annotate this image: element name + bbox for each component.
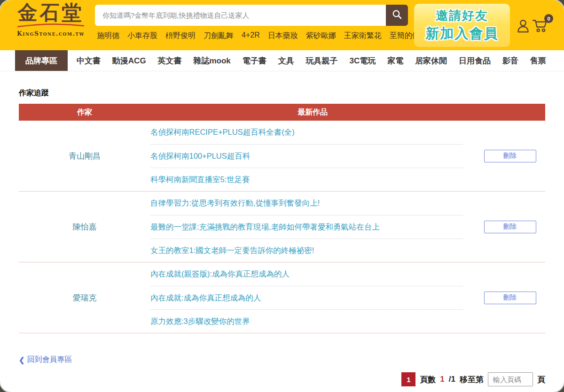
author-name[interactable]: 陳怡嘉 <box>19 222 150 232</box>
work-link[interactable]: 名偵探柯南RECIPE+PLUS超百科全書(全) <box>150 121 463 144</box>
author-group: 青山剛昌 名偵探柯南RECIPE+PLUS超百科全書(全) 名偵探柯南100+P… <box>19 121 545 192</box>
column-header-latest-works: 最新作品 <box>150 108 475 117</box>
nav-item-magazine-mook[interactable]: 雜誌mook <box>190 50 233 71</box>
nav-item-toys-kids[interactable]: 玩具親子 <box>303 50 341 71</box>
cart-button[interactable]: 0 <box>532 19 550 35</box>
logo-swoosh-decoration <box>11 21 90 30</box>
nav-item-home-leisure[interactable]: 居家休閒 <box>412 50 450 71</box>
delete-button[interactable]: 刪除 <box>484 150 536 162</box>
goto-label: 移至第 <box>460 374 484 385</box>
search-icon <box>392 9 402 21</box>
work-link[interactable]: 最難的一堂課:充滿挑戰的教育現場,老師如何帶著愛和勇氣站在台上 <box>150 215 463 238</box>
quick-link[interactable]: 王家衛繁花 <box>344 31 382 41</box>
nav-item-daily-food[interactable]: 日用食品 <box>456 50 494 71</box>
trending-keywords: 施明德 小車存股 枡野俊明 刀劍亂舞 4+2R 日本藥妝 紫砂歐娜 王家衛繁花 … <box>97 31 427 41</box>
nav-item-stationery[interactable]: 文具 <box>275 50 297 71</box>
pages-label: 頁數 <box>420 374 436 385</box>
delete-button[interactable]: 刪除 <box>484 292 536 304</box>
nav-item-brand-zone[interactable]: 品牌專區 <box>15 50 68 71</box>
author-tracking-section: 作家追蹤 作家 最新作品 青山剛昌 名偵探柯南RECIPE+PLUS超百科全書(… <box>0 71 564 386</box>
invite-friends-banner[interactable]: 邀請好友 新加入會員 <box>414 4 510 47</box>
action-cell: 刪除 <box>475 150 545 162</box>
page-title: 作家追蹤 <box>19 88 545 98</box>
site-header: 金石堂 KingStone.com.tw 施明德 小車存股 枡野俊明 刀劍亂 <box>0 0 564 48</box>
search-button[interactable] <box>386 5 408 26</box>
chevron-left-icon: ❮ <box>19 356 25 364</box>
page-number-button[interactable]: 1 <box>401 372 415 386</box>
quick-link[interactable]: 施明德 <box>97 31 119 41</box>
author-name[interactable]: 青山剛昌 <box>19 151 150 161</box>
nav-item-3c-games[interactable]: 3C電玩 <box>347 50 379 71</box>
action-cell: 刪除 <box>475 292 545 304</box>
column-header-author: 作家 <box>19 108 150 117</box>
quick-link[interactable]: 小車存股 <box>127 31 157 41</box>
kingstone-page: 金石堂 KingStone.com.tw 施明德 小車存股 枡野俊明 刀劍亂 <box>0 0 564 392</box>
total-pages: /1 <box>449 375 455 384</box>
works-list: 自律學習力:從思考到有效行動,從懂事到奮發向上! 最難的一堂課:充滿挑戰的教育現… <box>150 192 475 262</box>
authors-table: 作家 最新作品 青山剛昌 名偵探柯南RECIPE+PLUS超百科全書(全) 名偵… <box>19 104 545 333</box>
work-link[interactable]: 原力效應:3步驟改變你的世界 <box>150 309 463 333</box>
search-input[interactable] <box>95 5 386 26</box>
logo-domain-text: KingStone.com.tw <box>11 30 90 37</box>
work-link[interactable]: 女王的教室1:國文老師一定要告訴你的終極祕密! <box>150 238 463 262</box>
search-bar <box>95 5 408 26</box>
quick-link[interactable]: 紫砂歐娜 <box>306 31 336 41</box>
current-page-number: 1 <box>440 375 444 384</box>
table-header-row: 作家 最新作品 <box>19 104 545 121</box>
kingstone-logo[interactable]: 金石堂 KingStone.com.tw <box>11 2 90 37</box>
logo-wordmark: 金石堂 <box>11 2 90 23</box>
nav-item-appliances[interactable]: 家電 <box>384 50 406 71</box>
goto-page-input[interactable] <box>488 372 533 386</box>
author-name[interactable]: 愛瑞克 <box>19 292 150 303</box>
work-link[interactable]: 內在成就(親簽版):成為你真正想成為的人 <box>150 262 463 286</box>
quick-link[interactable]: 枡野俊明 <box>165 31 196 41</box>
work-link[interactable]: 名偵探柯南100+PLUS超百科 <box>150 144 463 168</box>
works-list: 內在成就(親簽版):成為你真正想成為的人 內在成就:成為你真正想成為的人 原力效… <box>150 262 475 333</box>
work-link[interactable]: 內在成就:成為你真正想成為的人 <box>150 286 463 309</box>
back-to-member-area-link[interactable]: ❮ 回到會員專區 <box>19 355 72 365</box>
category-nav: 品牌專區 中文書 動漫ACG 英文書 雜誌mook 電子書 文具 玩具親子 3C… <box>0 48 564 71</box>
works-list: 名偵探柯南RECIPE+PLUS超百科全書(全) 名偵探柯南100+PLUS超百… <box>150 121 475 191</box>
quick-link[interactable]: 刀劍亂舞 <box>204 31 234 41</box>
account-button[interactable] <box>516 19 530 35</box>
work-link[interactable]: 科學柯南新聞直播室5:世足賽 <box>150 168 463 191</box>
quick-link[interactable]: 4+2R <box>242 31 260 41</box>
action-cell: 刪除 <box>475 221 545 233</box>
quick-link[interactable]: 日本藥妝 <box>268 31 298 41</box>
nav-item-tickets[interactable]: 售票 <box>527 50 549 71</box>
pagination: 1 頁數 1 /1 移至第 頁 <box>19 372 545 386</box>
nav-item-audio-video[interactable]: 影音 <box>500 50 521 71</box>
promo-text-line2: 新加入會員 <box>426 24 499 43</box>
promo-text-line1: 邀請好友 <box>436 8 488 24</box>
delete-button[interactable]: 刪除 <box>484 221 536 233</box>
work-link[interactable]: 自律學習力:從思考到有效行動,從懂事到奮發向上! <box>150 192 463 215</box>
author-group: 陳怡嘉 自律學習力:從思考到有效行動,從懂事到奮發向上! 最難的一堂課:充滿挑戰… <box>19 192 545 262</box>
nav-item-comics-acg[interactable]: 動漫ACG <box>110 50 149 71</box>
cart-count-badge: 0 <box>544 14 553 23</box>
person-icon <box>516 26 530 34</box>
nav-item-ebooks[interactable]: 電子書 <box>240 50 269 71</box>
nav-item-english-books[interactable]: 英文書 <box>155 50 185 71</box>
cart-icon <box>532 26 550 34</box>
author-group: 愛瑞克 內在成就(親簽版):成為你真正想成為的人 內在成就:成為你真正想成為的人… <box>19 262 545 333</box>
page-unit-label: 頁 <box>537 374 545 385</box>
back-link-label: 回到會員專區 <box>27 355 72 365</box>
nav-item-chinese-books[interactable]: 中文書 <box>74 50 103 71</box>
